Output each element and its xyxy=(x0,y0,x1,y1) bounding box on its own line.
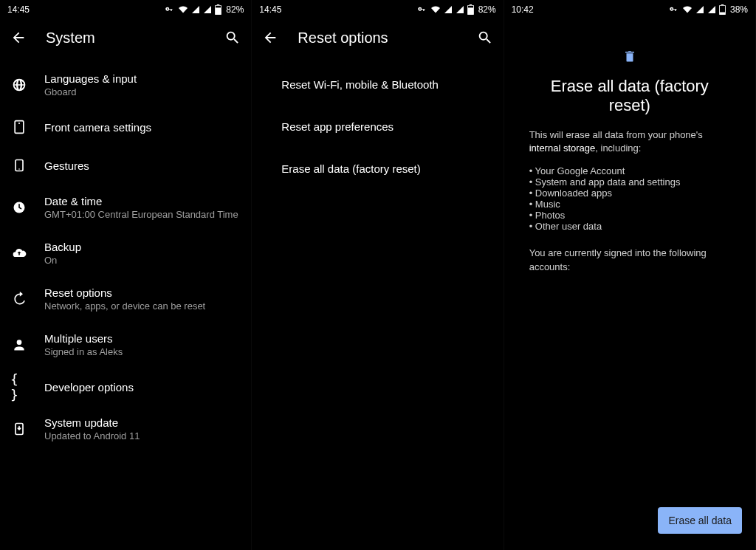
setting-item-date-time[interactable]: Date & timeGMT+01:00 Central European St… xyxy=(0,185,251,230)
reset-option-label: Erase all data (factory reset) xyxy=(281,162,485,175)
wifi-icon xyxy=(178,5,188,14)
reset-option-label: Reset app preferences xyxy=(281,120,485,133)
search-button[interactable] xyxy=(221,27,244,49)
setting-title: System update xyxy=(44,416,140,429)
frontcam-icon xyxy=(10,118,28,136)
signal-icon xyxy=(695,5,704,14)
setting-title: Languages & input xyxy=(44,72,137,85)
clock-text: 10:42 xyxy=(512,4,534,15)
svg-point-8 xyxy=(17,340,22,345)
reset-icon xyxy=(10,290,28,308)
search-icon xyxy=(224,30,241,46)
svg-point-6 xyxy=(18,168,20,170)
setting-subtitle: Network, apps, or device can be reset xyxy=(44,300,205,312)
wifi-icon xyxy=(682,5,693,14)
clock-icon xyxy=(10,199,28,216)
setting-subtitle: On xyxy=(44,255,81,266)
statusbar: 10:42 38% xyxy=(504,0,755,19)
battery-icon xyxy=(467,4,474,15)
back-arrow-icon xyxy=(10,30,27,46)
status-icons: 82% xyxy=(416,4,496,15)
signal-icon xyxy=(191,5,200,14)
signal-icon xyxy=(444,5,453,14)
reset-option-reset-wi-fi-mobile-bluetooth[interactable]: Reset Wi-Fi, mobile & Bluetooth xyxy=(240,63,503,106)
erase-bullet: Music xyxy=(529,199,730,210)
setting-title: Backup xyxy=(44,241,81,253)
svg-rect-2 xyxy=(216,6,221,8)
setting-item-front-camera-settings[interactable]: Front camera settings xyxy=(0,108,251,146)
setting-title: Multiple users xyxy=(44,332,123,345)
page-title: System xyxy=(46,30,205,47)
setting-subtitle: Signed in as Aleks xyxy=(44,346,123,357)
setting-item-multiple-users[interactable]: Multiple usersSigned in as Aleks xyxy=(0,322,251,368)
header: Reset options xyxy=(252,19,503,56)
setting-item-languages-input[interactable]: Languages & inputGboard xyxy=(0,62,251,108)
search-icon xyxy=(477,30,493,46)
screen-erase-all: 10:42 38% Erase all data (factory reset)… xyxy=(504,0,756,550)
setting-item-system-update[interactable]: System updateUpdated to Android 11 xyxy=(0,406,251,452)
erase-bullet: Other user data xyxy=(529,221,730,232)
setting-item-developer-options[interactable]: { }Developer options xyxy=(0,368,251,406)
search-button[interactable] xyxy=(474,27,496,49)
user-icon xyxy=(10,336,28,354)
globe-icon xyxy=(10,76,28,94)
screen-reset-options: 14:45 82% Reset options Reset Wi-Fi, mob… xyxy=(252,0,504,550)
erase-intro: This will erase all data from your phone… xyxy=(529,128,730,155)
setting-title: Date & time xyxy=(44,195,238,207)
update-icon xyxy=(10,420,28,438)
setting-subtitle: Updated to Android 11 xyxy=(44,430,140,441)
erase-title: Erase all data (factory reset) xyxy=(529,77,730,115)
back-button[interactable] xyxy=(259,27,281,49)
back-button[interactable] xyxy=(7,27,30,49)
clock-text: 14:45 xyxy=(7,4,30,15)
reset-option-erase-all-data-factory-reset[interactable]: Erase all data (factory reset) xyxy=(240,148,503,190)
signal-icon xyxy=(707,5,716,14)
settings-list: Languages & inputGboardFront camera sett… xyxy=(0,56,251,458)
setting-item-reset-options[interactable]: Reset optionsNetwork, apps, or device ca… xyxy=(0,276,251,322)
erase-bullets: Your Google AccountSystem and app data a… xyxy=(529,165,730,232)
status-icons: 38% xyxy=(667,4,748,15)
svg-rect-1 xyxy=(217,4,220,6)
page-title: Reset options xyxy=(298,30,457,47)
backup-icon xyxy=(10,244,28,262)
svg-rect-15 xyxy=(720,6,725,13)
battery-icon xyxy=(215,4,221,15)
erase-all-data-button[interactable]: Erase all data xyxy=(658,507,742,534)
accounts-note: You are currently signed into the follow… xyxy=(529,247,730,273)
reset-option-label: Reset Wi-Fi, mobile & Bluetooth xyxy=(281,78,485,91)
svg-point-4 xyxy=(18,123,20,124)
erase-bullet: System and app data and settings xyxy=(529,176,730,188)
setting-title: Reset options xyxy=(44,286,205,299)
statusbar: 14:45 82% xyxy=(0,0,251,19)
signal-icon xyxy=(456,5,464,14)
statusbar: 14:45 82% xyxy=(252,0,503,19)
setting-item-gestures[interactable]: Gestures xyxy=(0,146,251,185)
wifi-icon xyxy=(430,5,441,14)
erase-bullet: Photos xyxy=(529,210,730,221)
svg-rect-14 xyxy=(721,4,724,6)
erase-bullet: Downloaded apps xyxy=(529,188,730,199)
vpn-key-icon xyxy=(163,6,175,13)
vpn-key-icon xyxy=(416,6,427,13)
gesture-icon xyxy=(10,157,28,174)
reset-list: Reset Wi-Fi, mobile & BluetoothReset app… xyxy=(252,56,503,190)
clock-text: 14:45 xyxy=(259,4,281,15)
erase-bullet: Your Google Account xyxy=(529,165,730,176)
setting-subtitle: GMT+01:00 Central European Standard Time xyxy=(44,209,238,220)
svg-rect-12 xyxy=(468,6,473,8)
setting-title: Front camera settings xyxy=(44,121,151,134)
battery-text: 82% xyxy=(226,4,244,15)
reset-option-reset-app-preferences[interactable]: Reset app preferences xyxy=(240,106,503,148)
vpn-key-icon xyxy=(667,6,679,13)
screen-system: 14:45 82% System Languages & inputGboard… xyxy=(0,0,252,550)
battery-icon xyxy=(719,4,726,15)
trash-icon xyxy=(623,49,636,63)
svg-rect-11 xyxy=(469,4,472,6)
setting-item-backup[interactable]: BackupOn xyxy=(0,230,251,276)
dev-icon: { } xyxy=(10,378,28,396)
status-icons: 82% xyxy=(163,4,244,15)
setting-title: Gestures xyxy=(44,159,89,172)
header: System xyxy=(0,19,251,56)
battery-text: 38% xyxy=(730,4,748,15)
setting-title: Developer options xyxy=(44,381,134,393)
